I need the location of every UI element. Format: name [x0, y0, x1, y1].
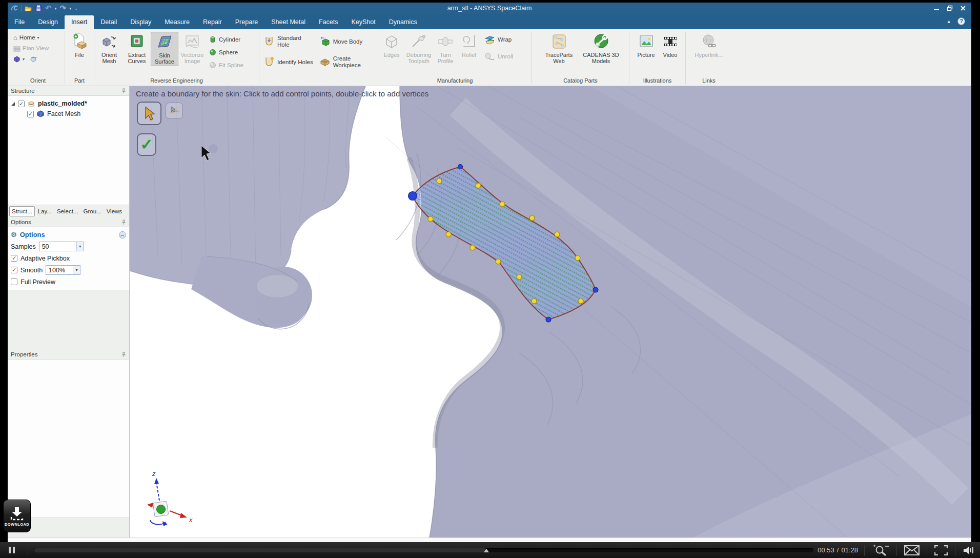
tab-measure[interactable]: Measure	[158, 15, 196, 29]
zoom-button[interactable]	[869, 544, 892, 556]
chevron-down-icon[interactable]: ▾	[23, 57, 25, 62]
standard-hole-button[interactable]: Standard Hole	[263, 34, 313, 49]
unroll-button[interactable]: Unroll	[484, 51, 513, 62]
adaptive-pickbox-checkbox[interactable]: ✓	[11, 255, 17, 262]
redo-dropdown-icon[interactable]: ▾	[69, 6, 71, 11]
traceparts-web-button[interactable]: TraceParts Web	[541, 32, 578, 65]
tab-keyshot[interactable]: KeyShot	[345, 15, 382, 29]
skin-surface-button[interactable]: Skin Surface	[151, 32, 178, 66]
chevron-down-icon[interactable]: ▾	[37, 35, 39, 40]
cadenas-3d-models-button[interactable]: CADENAS 3D Models	[582, 32, 621, 65]
open-file-icon[interactable]	[25, 5, 32, 12]
create-workpiece-button[interactable]: Create Workpiece	[319, 54, 365, 70]
download-button[interactable]: DOWNLOAD	[3, 500, 31, 532]
chevron-down-icon[interactable]: ▾	[76, 242, 84, 251]
plan-view-button[interactable]: Plan View	[13, 44, 49, 53]
horizontal-scrollbar[interactable]	[8, 537, 971, 542]
hyperlink-button[interactable]: Hyperlink...	[690, 32, 727, 59]
visibility-checkbox-mesh[interactable]: ✓	[27, 111, 34, 117]
complete-button[interactable]: ✓	[137, 133, 156, 156]
home-icon: ⌂	[13, 34, 17, 42]
qat-customize-icon[interactable]: ⌄	[74, 6, 78, 11]
undo-icon[interactable]: ↶	[45, 5, 52, 12]
triad-z-label: z	[152, 470, 156, 477]
restore-button[interactable]	[947, 5, 953, 11]
move-body-button[interactable]: Move Body	[319, 34, 365, 49]
edges-label: Edges	[383, 52, 399, 58]
collapse-options-icon[interactable]: ︿	[119, 231, 126, 238]
home-view-button[interactable]: ⌂ Home ▾	[13, 33, 49, 42]
pin-icon[interactable]	[121, 220, 126, 225]
extract-curves-button[interactable]: Extract Curves	[123, 32, 151, 65]
tab-detail[interactable]: Detail	[94, 15, 124, 29]
fullscreen-button[interactable]	[931, 545, 951, 555]
tab-repair[interactable]: Repair	[196, 15, 229, 29]
boundary-tool-button[interactable]	[166, 103, 183, 119]
fit-spline-button[interactable]: Fit Spline	[209, 59, 243, 70]
tree-item-facet-mesh-row[interactable]: ✓ Facet Mesh	[8, 109, 129, 119]
tree-item-root-label[interactable]: plastic_molded*	[38, 100, 87, 107]
deburring-toolpath-button[interactable]: Deburring Toolpath	[404, 32, 434, 65]
cylinder-button[interactable]: Cylinder	[209, 34, 243, 45]
chevron-down-icon[interactable]: ▾	[73, 266, 80, 274]
visibility-checkbox-root[interactable]: ✓	[18, 101, 25, 107]
insert-video-button[interactable]: Video	[659, 32, 682, 59]
timeline[interactable]	[32, 542, 815, 558]
deburring-toolpath-icon	[410, 33, 427, 50]
sphere-button[interactable]: Sphere	[209, 47, 243, 57]
tab-file[interactable]: File	[8, 15, 31, 29]
tab-design[interactable]: Design	[31, 15, 65, 29]
tree-item-root-row[interactable]: ✓ plastic_molded*	[8, 98, 129, 109]
tree-expander-icon[interactable]	[11, 102, 15, 106]
redo-icon[interactable]: ↷	[60, 5, 67, 12]
insert-file-button[interactable]: File	[66, 32, 93, 59]
spin-view-icon[interactable]	[30, 55, 37, 63]
tab-groups[interactable]: Grou...	[81, 207, 103, 216]
tab-sheet-metal[interactable]: Sheet Metal	[264, 15, 312, 29]
email-button[interactable]	[901, 545, 923, 555]
view-cube-icon[interactable]	[13, 55, 21, 63]
samples-dropdown[interactable]: 50 ▾	[39, 242, 84, 251]
tree-item-facet-mesh-label[interactable]: Facet Mesh	[47, 110, 80, 117]
edges-button[interactable]: Edges	[379, 32, 404, 59]
tab-dynamics[interactable]: Dynamics	[382, 15, 424, 29]
pause-button[interactable]	[0, 542, 24, 558]
tab-views[interactable]: Views	[105, 207, 124, 216]
tab-display[interactable]: Display	[124, 15, 158, 29]
undo-dropdown-icon[interactable]: ▾	[55, 6, 57, 11]
full-preview-checkbox[interactable]	[11, 278, 17, 285]
tab-selection[interactable]: Select...	[55, 207, 80, 216]
tab-structure[interactable]: Struct...	[9, 206, 35, 216]
volume-button[interactable]	[959, 545, 980, 555]
select-tool-button[interactable]	[137, 102, 161, 125]
design-viewport[interactable]: z x Create a boundary for the skin: Clic…	[130, 86, 971, 537]
wrap-label: Wrap	[498, 36, 512, 43]
timeline-playhead[interactable]	[484, 549, 489, 552]
unroll-icon	[484, 51, 495, 62]
tab-facets[interactable]: Facets	[312, 15, 345, 29]
tab-prepare[interactable]: Prepare	[229, 15, 264, 29]
close-icon[interactable]	[960, 5, 966, 11]
pin-icon[interactable]	[121, 352, 126, 357]
turn-profile-button[interactable]: Turn Profile	[434, 32, 457, 65]
minimize-button[interactable]	[933, 5, 940, 11]
help-icon[interactable]: ?	[957, 17, 965, 25]
wrap-button[interactable]: Wrap	[484, 34, 513, 45]
smooth-checkbox[interactable]: ✓	[11, 267, 17, 273]
picture-button[interactable]: Picture	[634, 32, 659, 59]
tab-insert[interactable]: Insert	[65, 15, 94, 29]
controls-divider	[896, 545, 897, 556]
smooth-dropdown[interactable]: 100% ▾	[46, 265, 80, 275]
identify-holes-button[interactable]: Identify Holes	[263, 54, 313, 70]
ribbon-group-label-reverse-engineering: Reverse Engineering	[95, 77, 258, 86]
tab-layers[interactable]: Lay...	[36, 207, 54, 216]
pin-icon[interactable]	[121, 88, 126, 94]
film-strip-icon	[662, 33, 679, 50]
timeline-track[interactable]	[34, 548, 813, 552]
wrap-icon	[484, 34, 495, 45]
orient-mesh-button[interactable]: Orient Mesh	[95, 32, 123, 65]
vectorize-image-button[interactable]: Vectorize Image	[178, 32, 206, 65]
save-icon[interactable]	[35, 5, 42, 12]
relief-button[interactable]: Relief	[457, 32, 481, 59]
collapse-ribbon-icon[interactable]: ▴	[947, 18, 950, 25]
